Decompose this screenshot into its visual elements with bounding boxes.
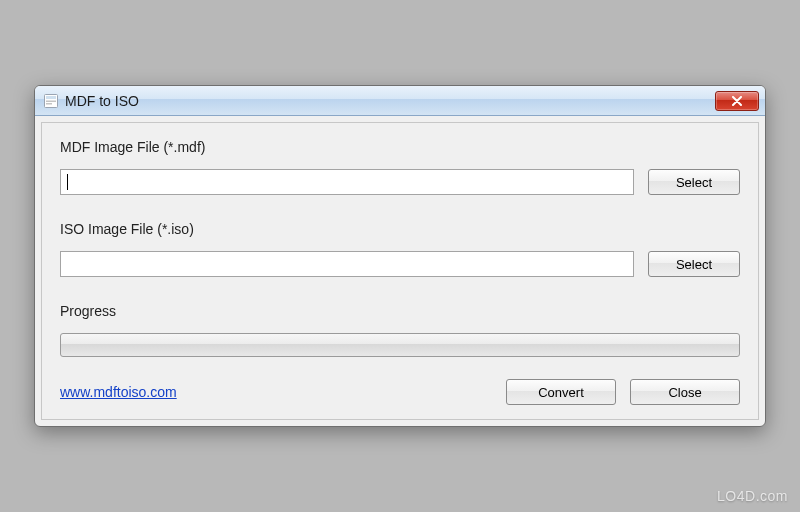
svg-rect-3 xyxy=(46,103,52,105)
progress-section: Progress xyxy=(60,303,740,357)
iso-row: Select xyxy=(60,251,740,277)
svg-rect-2 xyxy=(46,100,56,102)
watermark: LO4D.com xyxy=(717,488,788,504)
progress-bar xyxy=(60,333,740,357)
progress-label: Progress xyxy=(60,303,740,319)
mdf-row: Select xyxy=(60,169,740,195)
mdf-select-button[interactable]: Select xyxy=(648,169,740,195)
close-button[interactable]: Close xyxy=(630,379,740,405)
iso-field-label: ISO Image File (*.iso) xyxy=(60,221,740,237)
mdf-input[interactable] xyxy=(60,169,634,195)
convert-button[interactable]: Convert xyxy=(506,379,616,405)
text-caret xyxy=(67,174,68,190)
footer: www.mdftoiso.com Convert Close xyxy=(60,379,740,405)
client-area: MDF Image File (*.mdf) Select ISO Image … xyxy=(41,122,759,420)
window-close-button[interactable] xyxy=(715,91,759,111)
website-link[interactable]: www.mdftoiso.com xyxy=(60,384,177,400)
window-title: MDF to ISO xyxy=(65,93,715,109)
close-icon xyxy=(731,96,743,106)
svg-rect-1 xyxy=(46,96,56,99)
app-icon xyxy=(43,93,59,109)
iso-select-button[interactable]: Select xyxy=(648,251,740,277)
app-window: MDF to ISO MDF Image File (*.mdf) Select… xyxy=(34,85,766,427)
mdf-field-label: MDF Image File (*.mdf) xyxy=(60,139,740,155)
titlebar: MDF to ISO xyxy=(35,86,765,116)
iso-input[interactable] xyxy=(60,251,634,277)
